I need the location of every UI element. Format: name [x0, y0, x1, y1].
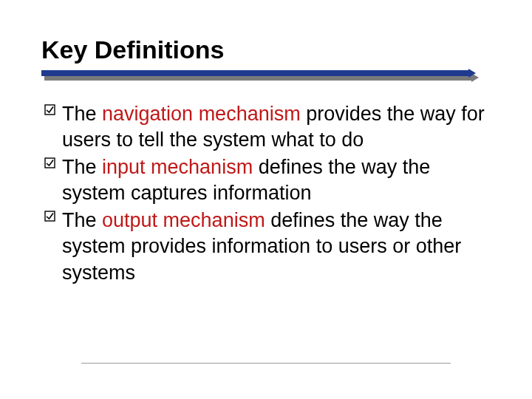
slide-title: Key Definitions [41, 35, 491, 64]
title-underline [41, 70, 491, 81]
svg-rect-0 [45, 105, 55, 115]
term: navigation mechanism [102, 103, 301, 125]
svg-rect-1 [45, 158, 55, 168]
checkbox-icon [44, 157, 58, 169]
item-text: The output mechanism defines the way the… [62, 208, 491, 285]
term: output mechanism [102, 209, 265, 231]
term: input mechanism [102, 156, 253, 178]
list-item: The input mechanism defines the way the … [44, 154, 491, 206]
footer-rule [81, 363, 451, 364]
list-item: The navigation mechanism provides the wa… [44, 101, 491, 153]
item-text: The input mechanism defines the way the … [62, 154, 491, 206]
list-item: The output mechanism defines the way the… [44, 208, 491, 285]
svg-rect-2 [45, 211, 55, 221]
checkbox-icon [44, 211, 58, 222]
checkbox-icon [44, 104, 58, 116]
body: The navigation mechanism provides the wa… [41, 101, 491, 286]
item-text: The navigation mechanism provides the wa… [62, 101, 491, 153]
slide: Key Definitions The navigation mechanism… [0, 0, 532, 399]
